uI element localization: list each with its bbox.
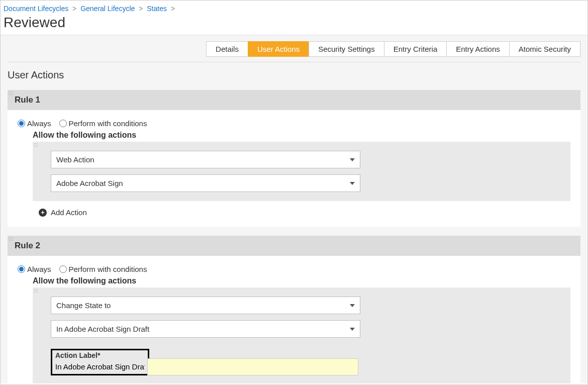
tab-atomic-security[interactable]: Atomic Security — [509, 41, 580, 57]
allow-actions-heading: Allow the following actions — [33, 131, 570, 140]
rule-body: Always Perform with conditions Allow the… — [8, 256, 580, 383]
drag-handle-icon[interactable] — [34, 288, 39, 294]
actions-box: Web Action Adobe Acrobat Sign — [33, 142, 570, 201]
drag-handle-icon[interactable] — [34, 143, 39, 148]
chevron-down-icon — [350, 182, 355, 185]
radio-conditions[interactable]: Perform with conditions — [59, 119, 147, 128]
action-label-input-extension[interactable] — [147, 358, 358, 375]
rule-body: Always Perform with conditions Allow the… — [8, 110, 580, 227]
breadcrumb-separator: > — [139, 5, 143, 13]
condition-radio-row: Always Perform with conditions — [18, 119, 570, 128]
radio-conditions-label: Perform with conditions — [69, 265, 147, 273]
breadcrumb-separator: > — [171, 5, 175, 13]
page-title: Reviewed — [1, 15, 587, 35]
action-value-select[interactable]: Adobe Acrobat Sign — [51, 174, 360, 192]
rule-header: Rule 2 — [8, 236, 580, 256]
rule-title: Rule 2 — [15, 241, 40, 250]
radio-always-label: Always — [27, 119, 51, 128]
tabs-bar: Details User Actions Security Settings E… — [8, 35, 580, 57]
breadcrumb-link[interactable]: Document Lifecycles — [4, 5, 68, 13]
chevron-down-icon — [350, 304, 355, 307]
main-panel: Details User Actions Security Settings E… — [1, 35, 587, 383]
breadcrumb-link[interactable]: States — [147, 5, 167, 13]
plus-circle-icon: + — [39, 209, 47, 217]
tab-entry-criteria[interactable]: Entry Criteria — [384, 41, 447, 57]
drag-handle-icon[interactable] — [9, 237, 14, 242]
action-type-select[interactable]: Web Action — [51, 151, 360, 168]
rule-block: Rule 1 Always Perform with conditions Al… — [8, 90, 580, 227]
rule-title: Rule 1 — [15, 95, 40, 105]
tab-entry-actions[interactable]: Entry Actions — [446, 41, 510, 57]
allow-actions-heading: Allow the following actions — [33, 276, 570, 285]
tab-user-actions[interactable]: User Actions — [248, 41, 309, 57]
select-value: Web Action — [56, 155, 94, 164]
drag-handle-icon[interactable] — [9, 91, 14, 96]
select-value: Change State to — [56, 301, 111, 310]
chevron-down-icon — [350, 328, 355, 331]
divider — [8, 62, 580, 62]
radio-conditions[interactable]: Perform with conditions — [59, 265, 147, 273]
action-label-input[interactable] — [52, 360, 148, 374]
action-value-select[interactable]: In Adobe Acrobat Sign Draft — [51, 320, 360, 338]
radio-always[interactable]: Always — [18, 265, 51, 273]
select-value: In Adobe Acrobat Sign Draft — [56, 325, 149, 333]
radio-conditions-input[interactable] — [59, 265, 67, 273]
chevron-down-icon — [350, 158, 355, 161]
tab-details[interactable]: Details — [206, 41, 248, 57]
radio-always-label: Always — [27, 265, 51, 273]
actions-box: Change State to In Adobe Acrobat Sign Dr… — [33, 287, 570, 383]
action-label-group: Action Label* — [51, 349, 149, 375]
tab-security-settings[interactable]: Security Settings — [309, 41, 384, 57]
section-title: User Actions — [8, 69, 580, 81]
breadcrumb-separator: > — [72, 5, 76, 13]
add-action-button[interactable]: + Add Action — [39, 208, 570, 217]
breadcrumb-link[interactable]: General Lifecycle — [80, 5, 135, 13]
add-action-label: Add Action — [51, 208, 87, 217]
rule-block: Rule 2 Always Perform with conditions Al… — [8, 236, 580, 383]
action-type-select[interactable]: Change State to — [51, 297, 360, 314]
breadcrumb: Document Lifecycles > General Lifecycle … — [1, 1, 587, 15]
radio-always[interactable]: Always — [18, 119, 51, 128]
action-label-field-label: Action Label* — [52, 350, 148, 360]
radio-always-input[interactable] — [18, 120, 25, 127]
rule-header: Rule 1 — [8, 90, 580, 110]
radio-conditions-label: Perform with conditions — [69, 119, 147, 128]
condition-radio-row: Always Perform with conditions — [18, 265, 570, 273]
select-value: Adobe Acrobat Sign — [56, 179, 123, 187]
radio-conditions-input[interactable] — [59, 120, 67, 127]
radio-always-input[interactable] — [18, 265, 25, 273]
